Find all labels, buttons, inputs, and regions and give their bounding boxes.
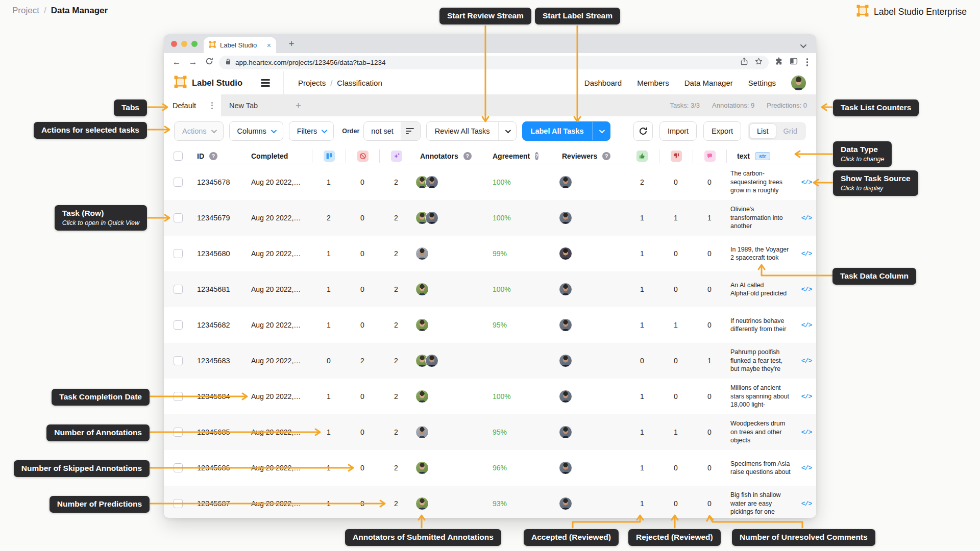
- col-annotators[interactable]: Annotators: [420, 152, 458, 160]
- label-dropdown-icon[interactable]: [592, 122, 610, 140]
- refresh-button[interactable]: [633, 121, 653, 141]
- help-icon[interactable]: ?: [463, 152, 472, 160]
- address-bar[interactable]: app.heartex.com/projects/123456/data?tab…: [219, 56, 769, 69]
- table-row[interactable]: 12345683 Aug 20 2022,… 0 2 2 0 0 1 Pahru…: [164, 343, 816, 379]
- help-icon[interactable]: ?: [209, 152, 217, 160]
- data-type-badge[interactable]: str: [755, 152, 770, 160]
- table-row[interactable]: 12345686 Aug 20 2022,… 1 0 2 96% 1 0 0 S…: [164, 450, 816, 486]
- review-dropdown-icon[interactable]: [498, 122, 516, 140]
- breadcrumb-parent[interactable]: Project: [12, 6, 39, 16]
- annotator-avatars: [413, 354, 473, 367]
- show-task-source-icon[interactable]: </>: [801, 321, 812, 329]
- columns-button[interactable]: Columns: [229, 121, 283, 141]
- grid-view-button[interactable]: Grid: [776, 124, 804, 138]
- show-task-source-icon[interactable]: </>: [801, 357, 812, 365]
- app-logo-icon[interactable]: [174, 76, 187, 90]
- table-row[interactable]: 12345682 Aug 20 2022,… 1 0 2 95% 1 1 0 I…: [164, 307, 816, 343]
- side-panel-icon[interactable]: [790, 57, 798, 67]
- traffic-light-close-icon[interactable]: [171, 41, 177, 47]
- agreement-value: 100%: [473, 392, 530, 400]
- show-task-source-icon[interactable]: </>: [801, 429, 812, 436]
- rejected-count: 0: [659, 464, 693, 472]
- row-checkbox[interactable]: [174, 499, 183, 508]
- select-all-checkbox[interactable]: [174, 152, 183, 161]
- browser-tab[interactable]: Label Studio ×: [204, 37, 276, 53]
- table-row[interactable]: 12345681 Aug 20 2022,… 1 0 2 100% 1 0 0 …: [164, 271, 816, 307]
- table-row[interactable]: 12345679 Aug 20 2022,… 2 0 2 100% 1 1 1 …: [164, 200, 816, 236]
- col-text[interactable]: text: [737, 152, 750, 160]
- row-checkbox[interactable]: [174, 213, 183, 222]
- browser-menu-icon[interactable]: [804, 58, 811, 66]
- rejected-reviews-icon[interactable]: [671, 151, 682, 162]
- show-task-source-icon[interactable]: </>: [801, 464, 812, 472]
- col-agreement[interactable]: Agreement: [493, 152, 530, 160]
- row-checkbox[interactable]: [174, 249, 183, 258]
- annotations-count-icon[interactable]: [324, 151, 335, 162]
- window-controls: [171, 41, 198, 47]
- add-tab-icon[interactable]: +: [296, 94, 301, 116]
- show-task-source-icon[interactable]: </>: [801, 500, 812, 508]
- row-checkbox[interactable]: [174, 463, 183, 472]
- hamburger-menu-icon[interactable]: [261, 79, 270, 86]
- reviewer-avatars: [530, 211, 625, 224]
- nav-dashboard[interactable]: Dashboard: [584, 79, 622, 87]
- skipped-annotations-icon[interactable]: [357, 151, 369, 162]
- share-icon[interactable]: [741, 58, 748, 67]
- back-icon[interactable]: ←: [170, 57, 183, 67]
- row-checkbox[interactable]: [174, 392, 183, 401]
- table-row[interactable]: 12345685 Aug 20 2022,… 1 0 2 95% 1 1 0 W…: [164, 414, 816, 450]
- row-checkbox[interactable]: [174, 428, 183, 437]
- list-view-button[interactable]: List: [749, 123, 776, 139]
- row-checkbox[interactable]: [174, 320, 183, 330]
- review-all-tasks-button[interactable]: Review All Tasks: [426, 121, 517, 141]
- table-row[interactable]: 12345684 Aug 20 2022,… 1 0 2 100% 1 0 0 …: [164, 379, 816, 414]
- col-reviewers[interactable]: Reviewers: [562, 152, 597, 160]
- nav-data-manager[interactable]: Data Manager: [684, 79, 733, 87]
- traffic-light-minimize-icon[interactable]: [181, 41, 187, 47]
- new-tab-icon[interactable]: +: [285, 38, 298, 49]
- callout-task-row-title: Task (Row): [62, 209, 104, 217]
- tab-menu-icon[interactable]: [211, 102, 213, 109]
- forward-icon[interactable]: →: [186, 57, 200, 67]
- unresolved-comments-icon[interactable]: [704, 151, 716, 162]
- help-icon[interactable]: ?: [602, 152, 610, 160]
- app-header: Label Studio Projects / Classification D…: [164, 71, 816, 94]
- accepted-reviews-icon[interactable]: [636, 151, 648, 162]
- table-row[interactable]: 12345680 Aug 20 2022,… 1 0 2 99% 1 0 0 I…: [164, 236, 816, 271]
- user-avatar[interactable]: [791, 76, 806, 90]
- show-task-source-icon[interactable]: </>: [801, 214, 812, 222]
- reload-icon[interactable]: [203, 57, 216, 68]
- export-button[interactable]: Export: [703, 121, 741, 141]
- row-checkbox[interactable]: [174, 285, 183, 294]
- sort-icon[interactable]: [401, 122, 420, 140]
- nav-members[interactable]: Members: [637, 79, 669, 87]
- show-task-source-icon[interactable]: </>: [801, 250, 812, 258]
- predictions-icon[interactable]: [391, 151, 402, 162]
- label-all-tasks-button[interactable]: Label All Tasks: [522, 121, 610, 141]
- bookmark-star-icon[interactable]: [755, 58, 763, 67]
- tab-default[interactable]: Default: [164, 94, 221, 116]
- callout-task-source-title: Show Task Source: [841, 174, 911, 183]
- table-row[interactable]: 12345687 Aug 20 2022,… 1 0 2 93% 1 0 0 B…: [164, 486, 816, 518]
- filters-button[interactable]: Filters: [289, 121, 334, 141]
- extensions-puzzle-icon[interactable]: [775, 57, 783, 67]
- row-checkbox[interactable]: [174, 356, 183, 365]
- projects-link[interactable]: Projects: [298, 79, 326, 87]
- tab-search-chevron-icon[interactable]: [800, 41, 807, 51]
- col-id[interactable]: ID: [197, 152, 204, 160]
- tab-close-icon[interactable]: ×: [267, 41, 271, 49]
- table-row[interactable]: 12345678 Aug 20 2022,… 1 0 2 100% 2 0 0 …: [164, 164, 816, 200]
- actions-button[interactable]: Actions: [174, 121, 224, 141]
- tab-new-tab[interactable]: New Tab: [221, 94, 266, 116]
- nav-settings[interactable]: Settings: [748, 79, 776, 87]
- traffic-light-maximize-icon[interactable]: [191, 41, 198, 47]
- project-name[interactable]: Classification: [337, 79, 382, 87]
- ordering-control[interactable]: not set: [363, 121, 421, 141]
- col-completed[interactable]: Completed: [251, 152, 288, 160]
- show-task-source-icon[interactable]: </>: [801, 286, 812, 293]
- show-task-source-icon[interactable]: </>: [801, 179, 812, 186]
- show-task-source-icon[interactable]: </>: [801, 393, 812, 400]
- task-text: In 1989, the Voyager 2 spacecraft took: [726, 245, 797, 262]
- import-button[interactable]: Import: [659, 121, 697, 141]
- row-checkbox[interactable]: [174, 178, 183, 187]
